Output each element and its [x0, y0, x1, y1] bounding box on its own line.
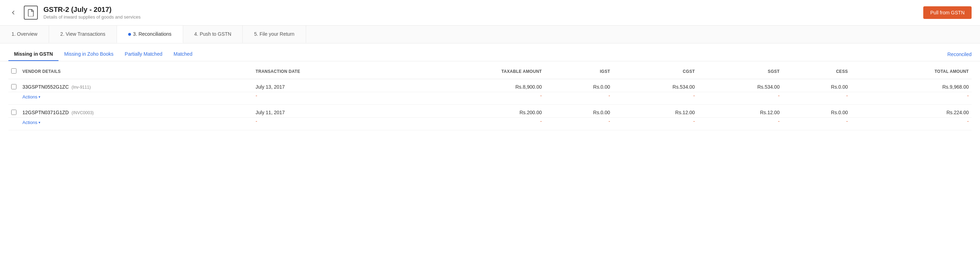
col-igst: IGST [545, 64, 613, 79]
transactions-table-container: Vendor Details Transaction Date Taxable … [0, 64, 980, 130]
col-sgst: SGST [698, 64, 783, 79]
tab-push-to-gstn[interactable]: 4. Push to GSTN [183, 26, 243, 43]
select-all-checkbox[interactable] [11, 68, 16, 73]
col-taxable: Taxable Amount [405, 64, 545, 79]
row2-actions-button[interactable]: Actions ▾ [22, 120, 40, 125]
row1-igst: Rs.0.00 [545, 79, 613, 92]
row2-date: July 11, 2017 [253, 105, 405, 118]
tab-view-transactions[interactable]: 2. View Transactions [49, 26, 117, 43]
back-button[interactable] [8, 8, 18, 18]
row1-cess: Rs.0.00 [783, 79, 851, 92]
col-cess: CESS [783, 64, 851, 79]
table-row-actions: Actions ▾ - - - - - - - [8, 92, 972, 105]
tab-reconciliations[interactable]: 3. Reconciliations [117, 26, 183, 43]
row1-checkbox-cell [8, 79, 20, 92]
table-row-actions: Actions ▾ - - - - - - - [8, 118, 972, 130]
page-header: GSTR-2 (July - 2017) Details of inward s… [0, 0, 980, 26]
actions-caret-icon: ▾ [38, 95, 40, 99]
row1-actions-cell: Actions ▾ [20, 92, 253, 105]
row1-date: July 13, 2017 [253, 79, 405, 92]
header-title-block: GSTR-2 (July - 2017) Details of inward s… [43, 6, 140, 20]
table-row: 12GSPTN0371G1ZD (INVC0003) July 11, 2017… [8, 105, 972, 118]
reconciled-link[interactable]: Reconciled [947, 48, 972, 61]
main-tabs: 1. Overview 2. View Transactions 3. Reco… [0, 26, 980, 43]
row1-actions-button[interactable]: Actions ▾ [22, 94, 40, 99]
row2-cess: Rs.0.00 [783, 105, 851, 118]
row2-checkbox-cell [8, 105, 20, 118]
row2-taxable: Rs.200.00 [405, 105, 545, 118]
col-total: Total Amount [851, 64, 972, 79]
col-checkbox [8, 64, 20, 79]
row2-total: Rs.224.00 [851, 105, 972, 118]
gstr-icon [24, 6, 38, 20]
tab-overview[interactable]: 1. Overview [0, 26, 49, 43]
row1-total: Rs.9,968.00 [851, 79, 972, 92]
row1-vendor: 33GSPTN0552G1ZC (Inv-9111) [20, 79, 253, 92]
page-subtitle: Details of inward supplies of goods and … [43, 14, 140, 20]
sub-tab-matched[interactable]: Matched [168, 48, 198, 61]
pull-from-gstn-button[interactable]: Pull from GSTN [923, 6, 972, 19]
header-left: GSTR-2 (July - 2017) Details of inward s… [8, 6, 140, 20]
row1-sgst: Rs.534.00 [698, 79, 783, 92]
sub-tab-missing-zoho[interactable]: Missing in Zoho Books [59, 48, 119, 61]
sub-tabs-bar: Missing in GSTN Missing in Zoho Books Pa… [0, 43, 980, 61]
row2-sgst: Rs.12.00 [698, 105, 783, 118]
sub-tabs-left: Missing in GSTN Missing in Zoho Books Pa… [8, 48, 198, 61]
col-cgst: CGST [613, 64, 698, 79]
col-date: Transaction Date [253, 64, 405, 79]
row2-cgst: Rs.12.00 [613, 105, 698, 118]
tab-file-return[interactable]: 5. File your Return [243, 26, 306, 43]
row2-checkbox[interactable] [11, 110, 16, 115]
table-row: 33GSPTN0552G1ZC (Inv-9111) July 13, 2017… [8, 79, 972, 92]
row2-vendor: 12GSPTN0371G1ZD (INVC0003) [20, 105, 253, 118]
active-dot [128, 33, 131, 36]
actions-caret-icon: ▾ [38, 121, 40, 124]
col-vendor: Vendor Details [20, 64, 253, 79]
page-title: GSTR-2 (July - 2017) [43, 6, 140, 14]
row1-cgst: Rs.534.00 [613, 79, 698, 92]
row1-taxable: Rs.8,900.00 [405, 79, 545, 92]
row1-checkbox[interactable] [11, 84, 16, 89]
sub-tab-missing-gstn[interactable]: Missing in GSTN [8, 48, 59, 61]
row2-actions-cell: Actions ▾ [20, 118, 253, 130]
sub-tab-partially-matched[interactable]: Partially Matched [119, 48, 168, 61]
table-header-row: Vendor Details Transaction Date Taxable … [8, 64, 972, 79]
row2-igst: Rs.0.00 [545, 105, 613, 118]
transactions-table: Vendor Details Transaction Date Taxable … [8, 64, 972, 130]
